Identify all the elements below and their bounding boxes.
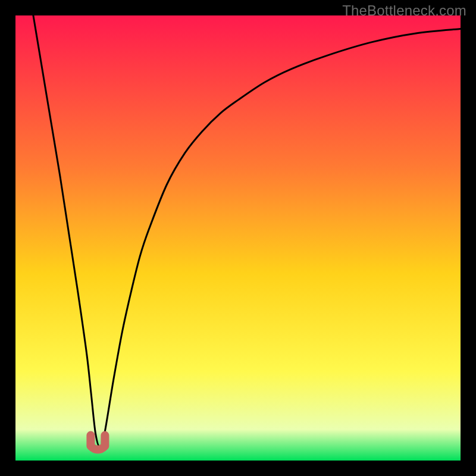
chart-frame: TheBottleneck.com xyxy=(0,0,476,476)
watermark-text: TheBottleneck.com xyxy=(342,2,466,19)
plot-area xyxy=(15,15,461,461)
gradient-background xyxy=(15,15,461,461)
plot-svg xyxy=(15,15,461,461)
